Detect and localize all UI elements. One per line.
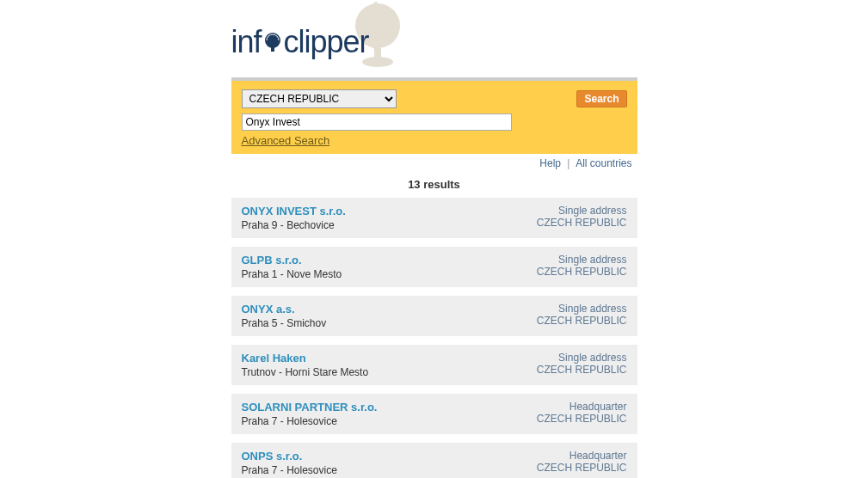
company-name-link[interactable]: Karel Haken bbox=[242, 352, 306, 365]
result-item: Karel HakenTrutnov - Horni Stare MestoSi… bbox=[231, 345, 637, 385]
address-type: Single address bbox=[537, 352, 627, 364]
result-right: Single addressCZECH REPUBLIC bbox=[537, 254, 627, 278]
result-item: ONPS s.r.o.Praha 7 - HolesoviceHeadquart… bbox=[231, 443, 637, 478]
logo-text-clipper: clipper bbox=[284, 24, 369, 59]
address-type: Headquarter bbox=[537, 401, 627, 413]
result-item: SOLARNI PARTNER s.r.o.Praha 7 - Holesovi… bbox=[231, 394, 637, 434]
result-right: HeadquarterCZECH REPUBLIC bbox=[537, 450, 627, 474]
result-right: Single addressCZECH REPUBLIC bbox=[537, 352, 627, 376]
logo-o-globe-icon bbox=[262, 31, 284, 53]
address-type: Single address bbox=[537, 205, 627, 217]
company-location: Praha 5 - Smichov bbox=[242, 317, 327, 329]
help-bar: Help | All countries bbox=[231, 154, 637, 175]
country-label: CZECH REPUBLIC bbox=[537, 315, 627, 327]
separator: | bbox=[567, 157, 569, 169]
result-item: GLPB s.r.o.Praha 1 - Nove MestoSingle ad… bbox=[231, 247, 637, 287]
result-right: Single addressCZECH REPUBLIC bbox=[537, 303, 627, 327]
svg-rect-4 bbox=[271, 47, 274, 52]
company-name-link[interactable]: SOLARNI PARTNER s.r.o. bbox=[242, 401, 378, 414]
result-left: ONYX a.s.Praha 5 - Smichov bbox=[242, 303, 327, 329]
company-location: Praha 7 - Holesovice bbox=[242, 415, 378, 427]
search-input[interactable] bbox=[242, 113, 512, 131]
result-left: GLPB s.r.o.Praha 1 - Nove Mesto bbox=[242, 254, 342, 280]
help-link[interactable]: Help bbox=[539, 157, 561, 169]
all-countries-link[interactable]: All countries bbox=[576, 157, 631, 169]
search-button[interactable]: Search bbox=[576, 90, 626, 107]
result-left: ONPS s.r.o.Praha 7 - Holesovice bbox=[242, 450, 337, 476]
logo-text-info: inf bbox=[231, 24, 262, 59]
results-count: 13 results bbox=[231, 175, 637, 198]
company-name-link[interactable]: ONYX INVEST s.r.o. bbox=[242, 205, 346, 218]
company-location: Praha 7 - Holesovice bbox=[242, 464, 337, 476]
country-label: CZECH REPUBLIC bbox=[537, 364, 627, 376]
company-location: Praha 9 - Bechovice bbox=[242, 219, 346, 231]
country-label: CZECH REPUBLIC bbox=[537, 217, 627, 229]
results-list: ONYX INVEST s.r.o.Praha 9 - BechoviceSin… bbox=[231, 198, 637, 478]
advanced-search-link[interactable]: Advanced Search bbox=[242, 134, 330, 147]
result-left: SOLARNI PARTNER s.r.o.Praha 7 - Holesovi… bbox=[242, 401, 378, 427]
result-item: ONYX a.s.Praha 5 - SmichovSingle address… bbox=[231, 296, 637, 336]
result-right: HeadquarterCZECH REPUBLIC bbox=[537, 401, 627, 425]
result-item: ONYX INVEST s.r.o.Praha 9 - BechoviceSin… bbox=[231, 198, 637, 238]
company-name-link[interactable]: ONPS s.r.o. bbox=[242, 450, 303, 463]
search-panel: CZECH REPUBLIC Search Advanced Search bbox=[231, 81, 637, 154]
result-left: ONYX INVEST s.r.o.Praha 9 - Bechovice bbox=[242, 205, 346, 231]
company-location: Trutnov - Horni Stare Mesto bbox=[242, 366, 369, 378]
country-select[interactable]: CZECH REPUBLIC bbox=[242, 89, 397, 108]
company-name-link[interactable]: ONYX a.s. bbox=[242, 303, 295, 316]
company-location: Praha 1 - Nove Mesto bbox=[242, 268, 342, 280]
logo[interactable]: infclipper bbox=[231, 9, 637, 73]
svg-point-3 bbox=[265, 33, 280, 48]
result-left: Karel HakenTrutnov - Horni Stare Mesto bbox=[242, 352, 369, 378]
country-label: CZECH REPUBLIC bbox=[537, 266, 627, 278]
result-right: Single addressCZECH REPUBLIC bbox=[537, 205, 627, 229]
country-label: CZECH REPUBLIC bbox=[537, 462, 627, 474]
country-label: CZECH REPUBLIC bbox=[537, 413, 627, 425]
company-name-link[interactable]: GLPB s.r.o. bbox=[242, 254, 302, 267]
address-type: Single address bbox=[537, 303, 627, 315]
address-type: Headquarter bbox=[537, 450, 627, 462]
address-type: Single address bbox=[537, 254, 627, 266]
